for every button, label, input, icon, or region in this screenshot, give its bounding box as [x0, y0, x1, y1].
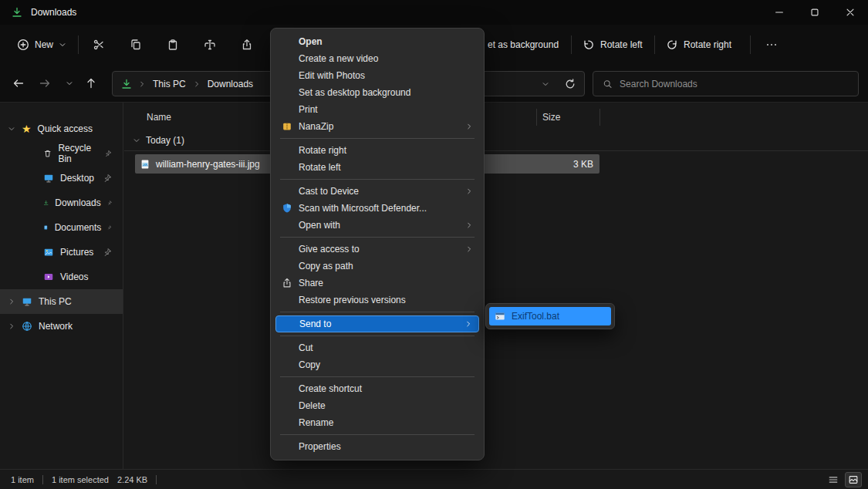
- close-button[interactable]: [833, 0, 868, 25]
- chevron-right-icon: [8, 322, 15, 330]
- chevron-right-icon: [8, 298, 15, 305]
- search-box[interactable]: [593, 71, 859, 96]
- send-to-submenu: ExifTool.bat: [485, 303, 615, 329]
- rename-button[interactable]: [199, 34, 221, 56]
- menu-item-properties[interactable]: Properties: [275, 438, 479, 455]
- menu-separator: [280, 138, 475, 139]
- menu-item-edit-with-photos[interactable]: Edit with Photos: [275, 67, 479, 84]
- search-input[interactable]: [620, 79, 849, 89]
- column-divider[interactable]: [536, 109, 537, 126]
- share-button[interactable]: [236, 34, 258, 56]
- refresh-icon[interactable]: [564, 78, 576, 90]
- menu-item-give-access-to[interactable]: Give access to: [275, 241, 479, 258]
- desktop-icon: [43, 173, 54, 184]
- menu-item-label: Create shortcut: [299, 383, 362, 394]
- menu-item-restore-previous-versions[interactable]: Restore previous versions: [275, 292, 479, 309]
- menu-item-copy-as-path[interactable]: Copy as path: [275, 258, 479, 275]
- chevron-down-icon: [8, 125, 15, 133]
- menu-item-create-a-new-video[interactable]: Create a new video: [275, 50, 479, 67]
- sidebar-item-recycle-bin[interactable]: Recycle Bin: [0, 141, 123, 166]
- menu-item-open-with[interactable]: Open with: [275, 217, 479, 234]
- cut-icon: [93, 39, 105, 51]
- menu-item-label: Copy: [299, 359, 320, 370]
- menu-item-label: Rename: [299, 417, 333, 428]
- image-file-icon: [140, 159, 150, 170]
- menu-item-cut[interactable]: Cut: [275, 339, 479, 356]
- set-as-background-label: et as background: [488, 39, 559, 50]
- downloads-icon: [11, 6, 23, 19]
- menu-item-share[interactable]: Share: [275, 275, 479, 292]
- this-pc-icon: [22, 296, 32, 307]
- group-header-today[interactable]: Today (1): [133, 135, 184, 146]
- set-as-background-button[interactable]: et as background: [488, 39, 559, 50]
- forward-arrow-icon: [39, 77, 51, 89]
- menu-item-send-to[interactable]: Send to: [275, 315, 479, 332]
- paste-button[interactable]: [162, 34, 184, 56]
- menu-item-copy[interactable]: Copy: [275, 356, 479, 373]
- sidebar-item-downloads[interactable]: Downloads: [0, 191, 123, 215]
- column-header-name[interactable]: Name: [147, 112, 171, 123]
- sidebar-item-network[interactable]: Network: [0, 314, 123, 339]
- submenu-item-exiftool[interactable]: ExifTool.bat: [489, 307, 611, 325]
- column-divider[interactable]: [599, 109, 600, 126]
- menu-item-label: Restore previous versions: [299, 295, 406, 305]
- sidebar-item-this-pc[interactable]: This PC: [0, 289, 123, 314]
- column-header-size[interactable]: Size: [542, 112, 560, 123]
- sidebar-item-quick-access[interactable]: ★ Quick access: [0, 116, 123, 141]
- menu-separator: [280, 434, 475, 435]
- copy-button[interactable]: [125, 34, 147, 56]
- details-view-button[interactable]: [825, 472, 842, 487]
- rotate-left-button[interactable]: Rotate left: [583, 39, 643, 51]
- toolbar-divider: [750, 35, 751, 54]
- menu-item-create-shortcut[interactable]: Create shortcut: [275, 380, 479, 397]
- window-controls: [762, 0, 868, 25]
- breadcrumb-downloads[interactable]: Downloads: [206, 77, 255, 91]
- sidebar-item-pictures[interactable]: Pictures: [0, 240, 123, 265]
- menu-item-rotate-right[interactable]: Rotate right: [275, 142, 479, 159]
- forward-button[interactable]: [34, 73, 56, 94]
- pin-icon: [107, 198, 112, 207]
- menu-item-open[interactable]: Open: [275, 33, 479, 50]
- pictures-icon: [43, 247, 54, 258]
- file-size: 3 KB: [573, 159, 593, 170]
- menu-separator: [280, 336, 475, 336]
- sidebar-item-videos[interactable]: Videos: [0, 265, 123, 289]
- breadcrumb-this-pc[interactable]: This PC: [151, 77, 187, 91]
- chevron-right-icon: [138, 80, 146, 88]
- menu-item-delete[interactable]: Delete: [275, 397, 479, 414]
- sidebar-item-documents[interactable]: Documents: [0, 215, 123, 240]
- menu-separator: [280, 312, 475, 312]
- thumbnail-view-icon: [848, 474, 859, 485]
- menu-item-cast-to-device[interactable]: Cast to Device: [275, 183, 479, 200]
- context-menu: Open Create a new video Edit with Photos…: [270, 28, 485, 460]
- menu-item-rotate-left[interactable]: Rotate left: [275, 159, 479, 176]
- minimize-button[interactable]: [762, 0, 797, 25]
- sidebar-item-label: Desktop: [60, 173, 94, 184]
- address-dropdown-icon[interactable]: [542, 80, 549, 88]
- recent-locations-button[interactable]: [59, 73, 80, 94]
- pin-icon: [103, 174, 112, 183]
- menu-item-label: Send to: [299, 319, 331, 329]
- new-button[interactable]: New: [11, 34, 73, 56]
- back-button[interactable]: [8, 73, 29, 94]
- details-view-icon: [828, 474, 839, 485]
- see-more-button[interactable]: [761, 34, 782, 56]
- menu-item-nanazip[interactable]: NanaZip: [275, 118, 479, 135]
- rotate-right-icon: [666, 39, 678, 51]
- cut-button[interactable]: [88, 34, 110, 56]
- toolbar-divider: [654, 35, 655, 54]
- menu-item-rename[interactable]: Rename: [275, 414, 479, 431]
- menu-item-scan-with-microsoft-defender[interactable]: Scan with Microsoft Defender...: [275, 200, 479, 217]
- rotate-right-button[interactable]: Rotate right: [666, 39, 731, 51]
- menu-item-print[interactable]: Print: [275, 101, 479, 118]
- thumbnail-view-button[interactable]: [845, 472, 862, 487]
- maximize-button[interactable]: [797, 0, 833, 25]
- menu-item-label: Print: [299, 104, 318, 115]
- toolbar-divider: [571, 35, 572, 54]
- rotate-left-icon: [583, 39, 595, 51]
- group-divider: [124, 150, 868, 151]
- menu-item-set-as-desktop-background[interactable]: Set as desktop background: [275, 84, 479, 101]
- sidebar-item-desktop[interactable]: Desktop: [0, 166, 123, 191]
- up-button[interactable]: [80, 73, 102, 94]
- menu-item-label: Give access to: [299, 244, 360, 255]
